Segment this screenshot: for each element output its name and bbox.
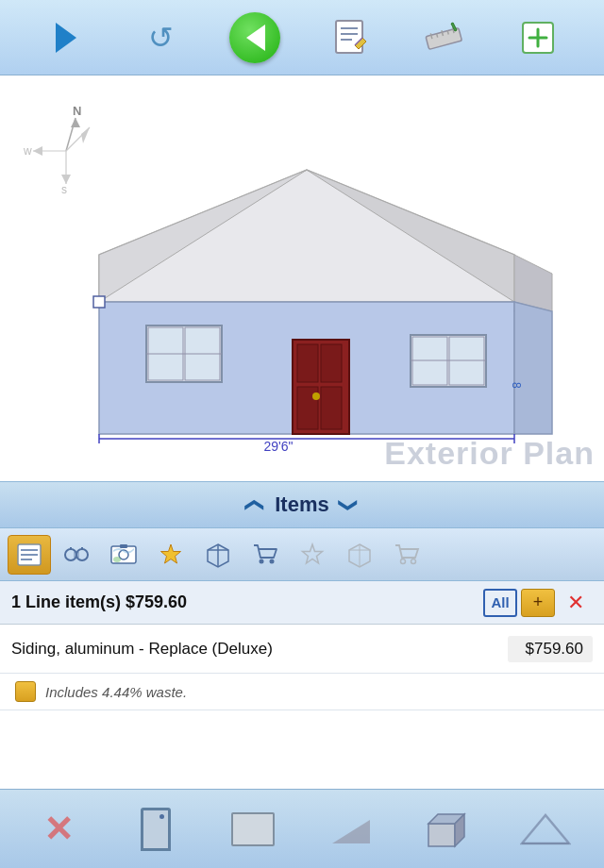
door-button[interactable] [118, 799, 193, 860]
svg-rect-39 [321, 387, 342, 429]
package-empty-icon [345, 541, 374, 569]
line-items-bar: 1 Line item(s) $759.60 All + ✕ [0, 581, 604, 625]
svg-point-40 [312, 392, 320, 400]
waste-note-row: Includes 4.44% waste. [0, 674, 604, 710]
bottom-toolbar: ✕ [0, 789, 604, 868]
svg-point-76 [401, 559, 406, 563]
star-empty-icon [298, 541, 327, 569]
binoculars-icon [62, 541, 91, 569]
box-icon [427, 810, 470, 848]
package-icon [204, 541, 232, 569]
line-item-row[interactable]: Siding, aluminum - Replace (Deluxe) $759… [0, 625, 604, 674]
svg-rect-36 [297, 344, 318, 382]
slope-icon [327, 810, 375, 848]
favorites-button[interactable] [149, 535, 193, 575]
delete-icon: ✕ [43, 809, 74, 850]
star-empty-button[interactable] [291, 535, 334, 575]
box-button[interactable] [411, 799, 486, 860]
line-item-description: Siding, aluminum - Replace (Deluxe) [11, 640, 508, 659]
top-toolbar: ↺ [0, 0, 604, 75]
svg-rect-5 [426, 27, 461, 49]
notes-button[interactable] [324, 12, 375, 63]
roof-icon [520, 810, 571, 849]
items-collapse-left-icon: ❮ [244, 497, 267, 513]
photo-icon [109, 541, 138, 569]
svg-point-71 [270, 559, 275, 563]
slope-button[interactable] [313, 799, 389, 860]
svg-rect-79 [428, 824, 455, 846]
items-header[interactable]: ❮ Items ❯ [0, 481, 604, 528]
play-button[interactable] [229, 12, 280, 63]
svg-line-9 [447, 30, 448, 34]
svg-rect-37 [321, 344, 342, 382]
house-illustration: 29'6" 8 [38, 113, 576, 453]
package-empty-button[interactable] [338, 535, 381, 575]
undo-button[interactable]: ↺ [135, 12, 186, 63]
svg-text:29'6": 29'6" [263, 439, 293, 453]
all-filter-button[interactable]: All [483, 589, 517, 617]
measure-button[interactable] [418, 12, 469, 63]
waste-text: Includes 4.44% waste. [45, 684, 187, 700]
photo-button[interactable] [102, 535, 145, 575]
undo-icon: ↺ [148, 20, 174, 56]
play-icon [229, 12, 280, 63]
svg-text:8: 8 [510, 382, 523, 389]
svg-marker-72 [303, 544, 323, 563]
svg-point-65 [113, 557, 121, 562]
view-area: N w s [0, 75, 604, 481]
chevron-right-icon [56, 23, 76, 53]
line-items-summary: 1 Line item(s) $759.60 [11, 593, 479, 612]
svg-rect-59 [74, 552, 79, 558]
svg-marker-30 [514, 302, 552, 434]
delete-line-item-button[interactable]: ✕ [559, 589, 593, 617]
delete-button[interactable]: ✕ [21, 799, 96, 860]
svg-rect-64 [120, 544, 127, 548]
items-toolbar [0, 528, 604, 581]
cart-icon [251, 541, 279, 569]
star-icon [157, 541, 185, 569]
search-button[interactable] [55, 535, 98, 575]
cart-button[interactable] [243, 535, 287, 575]
content-spacer [0, 710, 604, 789]
list-view-button[interactable] [8, 535, 51, 575]
notes-icon [328, 17, 370, 58]
svg-line-7 [437, 33, 438, 37]
line-item-price: $759.60 [508, 636, 593, 662]
add-line-item-button[interactable]: + [521, 589, 555, 617]
svg-marker-82 [522, 815, 569, 843]
svg-text:w: w [23, 144, 32, 158]
package-button[interactable] [196, 535, 240, 575]
door-icon [141, 808, 171, 851]
svg-point-70 [260, 559, 264, 563]
svg-rect-49 [93, 296, 105, 308]
measure-icon [423, 17, 464, 58]
roof-button[interactable] [508, 799, 583, 860]
svg-point-77 [411, 559, 416, 563]
svg-marker-66 [161, 544, 181, 563]
main-content: N w s [0, 75, 604, 789]
cart-empty-icon [393, 541, 421, 569]
items-collapse-right-icon: ❯ [337, 497, 360, 513]
expand-button[interactable] [41, 12, 92, 63]
svg-marker-78 [332, 820, 370, 843]
items-label: Items [275, 492, 328, 517]
wall-button[interactable] [215, 799, 291, 860]
cart-empty-button[interactable] [385, 535, 428, 575]
wall-icon [231, 812, 275, 846]
add-icon [517, 17, 559, 58]
add-button[interactable] [512, 12, 563, 63]
waste-icon [15, 681, 36, 702]
list-icon [15, 541, 43, 569]
